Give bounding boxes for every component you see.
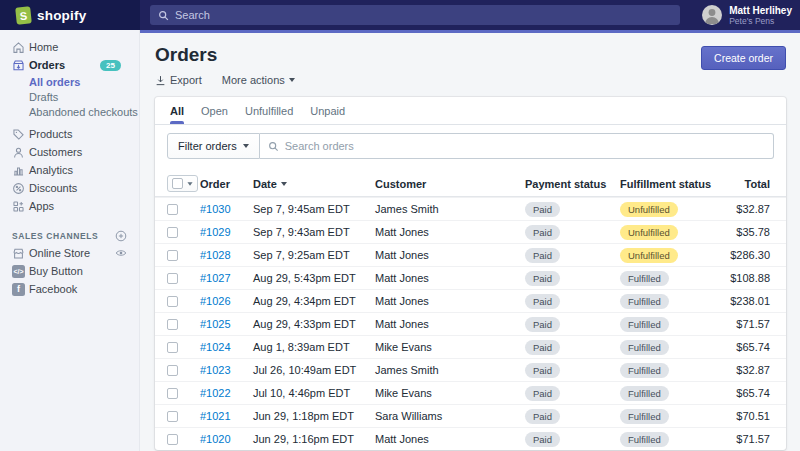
payment-badge: Paid (525, 225, 560, 240)
sidebar-item-all-orders[interactable]: All orders (0, 74, 139, 89)
order-total: $35.78 (720, 226, 786, 238)
sidebar-item-home[interactable]: Home (0, 38, 139, 56)
order-tab[interactable]: All (170, 97, 184, 124)
order-number-link[interactable]: #1025 (200, 318, 231, 330)
order-customer: James Smith (375, 364, 525, 376)
order-number-link[interactable]: #1026 (200, 295, 231, 307)
sidebar-item-label: Apps (29, 200, 54, 212)
table-row[interactable]: #1022 Jul 10, 4:46pm EDT Mike Evans Paid… (155, 381, 786, 404)
table-row[interactable]: #1020 Jun 29, 1:16pm EDT Matt Jones Paid… (155, 427, 786, 450)
shopify-logo[interactable]: S shopify (0, 0, 140, 30)
row-checkbox[interactable] (167, 319, 178, 330)
row-checkbox[interactable] (167, 365, 178, 376)
row-checkbox[interactable] (167, 250, 178, 261)
order-customer: Mike Evans (375, 387, 525, 399)
row-checkbox[interactable] (167, 342, 178, 353)
order-number-link[interactable]: #1020 (200, 433, 231, 445)
order-tab[interactable]: Unpaid (310, 97, 345, 124)
order-tab[interactable]: Open (201, 97, 228, 124)
select-all-checkbox[interactable] (172, 178, 183, 189)
order-date: Aug 29, 4:34pm EDT (253, 295, 375, 307)
filter-orders-button[interactable]: Filter orders (167, 133, 260, 159)
table-row[interactable]: #1027 Aug 29, 5:43pm EDT Matt Jones Paid… (155, 266, 786, 289)
sidebar-item-apps[interactable]: Apps (0, 197, 139, 215)
table-row[interactable]: #1025 Aug 29, 4:33pm EDT Matt Jones Paid… (155, 312, 786, 335)
row-checkbox[interactable] (167, 204, 178, 215)
export-button[interactable]: Export (155, 74, 202, 86)
sidebar-item-discounts[interactable]: Discounts (0, 179, 139, 197)
order-number-link[interactable]: #1023 (200, 364, 231, 376)
sidebar-item-label: Customers (29, 146, 82, 158)
user-menu[interactable]: Matt Herlihey Pete's Pens (702, 5, 800, 26)
table-row[interactable]: #1029 Sep 7, 9:43am EDT Matt Jones Paid … (155, 220, 786, 243)
column-header-date[interactable]: Date (253, 178, 375, 190)
global-search-input[interactable]: Search (150, 5, 680, 25)
more-actions-button[interactable]: More actions (222, 74, 295, 86)
table-row[interactable]: #1026 Aug 29, 4:34pm EDT Matt Jones Paid… (155, 289, 786, 312)
order-total: $71.57 (720, 318, 786, 330)
row-checkbox[interactable] (167, 273, 178, 284)
table-row[interactable]: #1024 Aug 1, 8:39am EDT Mike Evans Paid … (155, 335, 786, 358)
order-number-link[interactable]: #1027 (200, 272, 231, 284)
row-checkbox[interactable] (167, 411, 178, 422)
column-header-fulfillment-status: Fulfillment status (620, 178, 720, 190)
sidebar-item-buy-button[interactable]: </> Buy Button (0, 262, 139, 280)
sidebar-item-label: Home (29, 41, 58, 53)
export-icon (155, 75, 166, 86)
sidebar-item-abandoned-checkouts[interactable]: Abandoned checkouts (0, 104, 139, 119)
row-checkbox[interactable] (167, 434, 178, 445)
order-number-link[interactable]: #1029 (200, 226, 231, 238)
page-actions: Export More actions (155, 74, 785, 86)
sidebar-item-label: Products (29, 128, 72, 140)
global-search-placeholder: Search (175, 9, 210, 21)
sub-item-label: Drafts (29, 91, 58, 103)
table-row[interactable]: #1021 Jun 29, 1:18pm EDT Sara Williams P… (155, 404, 786, 427)
row-checkbox[interactable] (167, 227, 178, 238)
order-total: $238.01 (720, 295, 786, 307)
row-checkbox[interactable] (167, 296, 178, 307)
sidebar-item-online-store[interactable]: Online Store (0, 244, 139, 262)
sidebar-item-drafts[interactable]: Drafts (0, 89, 139, 104)
sidebar-item-products[interactable]: Products (0, 125, 139, 143)
create-order-button[interactable]: Create order (701, 46, 786, 70)
sidebar-item-label: Discounts (29, 182, 77, 194)
order-customer: Matt Jones (375, 226, 525, 238)
eye-icon[interactable] (115, 247, 127, 259)
tab-label: All (170, 105, 184, 117)
user-name: Matt Herlihey (729, 5, 792, 16)
sidebar-item-orders[interactable]: Orders 25 (0, 56, 139, 74)
order-number-link[interactable]: #1024 (200, 341, 231, 353)
order-tab[interactable]: Unfulfilled (245, 97, 293, 124)
select-all-control[interactable] (167, 175, 198, 192)
orders-icon (12, 59, 25, 72)
order-customer: Matt Jones (375, 272, 525, 284)
orders-card: All Open Unfulfilled Unpaid Filter order… (155, 97, 786, 450)
table-row[interactable]: #1030 Sep 7, 9:45am EDT James Smith Paid… (155, 197, 786, 220)
search-orders-input[interactable]: Search orders (260, 133, 774, 159)
order-number-link[interactable]: #1028 (200, 249, 231, 261)
sub-item-label: Abandoned checkouts (29, 106, 138, 118)
products-icon (12, 128, 25, 141)
payment-badge: Paid (525, 248, 560, 263)
order-number-link[interactable]: #1030 (200, 203, 231, 215)
topbar: S shopify Search Matt Herlihey Pete's Pe… (0, 0, 800, 30)
discounts-icon (12, 182, 25, 195)
order-total: $286.30 (720, 249, 786, 261)
sidebar-item-customers[interactable]: Customers (0, 143, 139, 161)
buy-button-icon: </> (12, 265, 25, 278)
order-number-link[interactable]: #1021 (200, 410, 231, 422)
sidebar-item-facebook[interactable]: f Facebook (0, 280, 139, 298)
fulfillment-badge: Unfulfilled (620, 248, 678, 263)
table-row[interactable]: #1023 Jul 26, 10:49am EDT James Smith Pa… (155, 358, 786, 381)
fulfillment-badge: Fulfilled (620, 340, 669, 355)
order-number-link[interactable]: #1022 (200, 387, 231, 399)
export-label: Export (170, 74, 202, 86)
order-customer: Matt Jones (375, 249, 525, 261)
page-header: Orders Export More actions Create order (140, 33, 800, 86)
add-sales-channel-button[interactable] (115, 230, 127, 242)
avatar (702, 5, 722, 25)
sidebar-item-analytics[interactable]: Analytics (0, 161, 139, 179)
table-row[interactable]: #1028 Sep 7, 9:25am EDT Matt Jones Paid … (155, 243, 786, 266)
order-customer: Matt Jones (375, 433, 525, 445)
row-checkbox[interactable] (167, 388, 178, 399)
